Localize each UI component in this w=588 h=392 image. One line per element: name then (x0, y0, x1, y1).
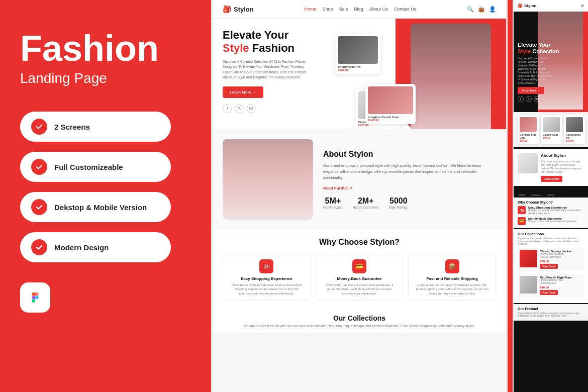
stat-outfits: 5M+ Outfits Styled (323, 197, 343, 209)
why-card-guarantee-title: Money-Back Guarantee (321, 276, 398, 281)
mobile-collection-shoes-details: Red Stealth High-Tops • Polished leather… (540, 276, 572, 295)
mobile-collections-title: Our Collections (518, 232, 584, 236)
mobile-collection-jacket-price: $78.50 (540, 260, 571, 263)
nav-link-about[interactable]: About Us (369, 7, 388, 12)
mobile-our-product-title: Our Product (518, 307, 584, 311)
twitter-social-icon[interactable]: 𝕏 (235, 104, 244, 113)
mobile-product-img-2 (566, 117, 583, 132)
check-icon-versions (31, 199, 47, 215)
hero-title: Elevate Your Style Fashion (223, 29, 350, 55)
mobile-about-section: About Stylon Our brand empowers personal… (514, 149, 588, 186)
why-card-shipping-desc: Enjoy prompt and trustworthy shipping se… (414, 283, 491, 296)
mobile-about-title: About Stylon (541, 153, 584, 158)
stat-outfits-num: 5M+ (323, 197, 343, 206)
facebook-social-icon[interactable]: f (223, 104, 232, 113)
mobile-menu-icon[interactable]: ≡ (581, 3, 584, 9)
mobile-product-name-2: Accessories Kit (566, 133, 583, 139)
mobile-collection-jacket-view-button[interactable]: View Detail (540, 264, 558, 269)
mobile-hero-title-line1: Elevate Your (518, 42, 551, 48)
collections-section: Our Collections Explore the latest trend… (213, 309, 506, 333)
stat-customers: 2M+ Happy Customers (353, 197, 379, 209)
product-card-coat: Longline Trench Coat $145.50 (365, 84, 416, 124)
mobile-stat-ratings-num: 5000 (546, 189, 556, 194)
mobile-stat-ratings-label: Ratings (546, 194, 556, 197)
feature-screens: 2 Screens (20, 112, 171, 142)
mobile-guarantee-icon: 💳 (518, 217, 526, 225)
hero-image-area: Smartwatch Pro $128.50 Classic Shift Dre… (355, 29, 496, 129)
nav-link-sale[interactable]: Sale (339, 7, 348, 12)
guarantee-icon: 💳 (352, 259, 366, 273)
about-image (223, 139, 313, 220)
stats-row: 5M+ Outfits Styled 2M+ Happy Customers 5… (323, 197, 496, 209)
mobile-about-read-more-button[interactable]: Read Further (541, 176, 562, 182)
mobile-why-item-shopping: 🛍 Easy Shopping Experience Navigate our … (518, 206, 584, 215)
feature-design: Modern Design (20, 232, 171, 262)
mobile-hero-shop-button[interactable]: Shop Now → (518, 87, 544, 94)
mobile-screen: 🎒 Stylon ≡ Elevate Your Style Collection… (514, 0, 588, 392)
instagram-social-icon[interactable]: IG (247, 104, 256, 113)
nav-link-contact[interactable]: Contact Us (394, 7, 417, 12)
mobile-why-guarantee-desc: Shop worry-free with our money-back guar… (528, 220, 577, 223)
nav-link-blog[interactable]: Blog (354, 7, 363, 12)
main-title: Fashion (20, 30, 191, 66)
center-preview: 🎒 Stylon Home Shop Sale Blog About Us Co… (211, 0, 508, 392)
mobile-hero: Elevate Your Style Collection Discover A… (514, 12, 588, 112)
mobile-instagram-icon[interactable]: IG (534, 96, 540, 102)
mobile-collection-shoes-price: $96.50 (540, 286, 572, 289)
mobile-product-card-2: Accessories Kit $45.00 (564, 115, 585, 144)
search-icon[interactable]: 🔍 (467, 6, 474, 13)
stat-customers-label: Happy Customers (353, 206, 379, 209)
mobile-hero-title: Elevate Your Style Collection (518, 42, 559, 55)
shopping-icon: 🛍 (259, 259, 273, 273)
mobile-hero-socials: f 𝕏 IG (518, 96, 559, 102)
left-panel: Fashion Landing Page 2 Screens Full Cust… (0, 0, 211, 392)
mobile-stat-outfits: 5M+ Outfits (518, 189, 527, 197)
mobile-why-shopping-content: Easy Shopping Experience Navigate our we… (528, 206, 584, 215)
about-content: About Stylon Our brand empowers personal… (323, 150, 496, 209)
mobile-logo-icon: 🎒 (518, 4, 523, 8)
why-cards: 🛍 Easy Shopping Experience Navigate our … (223, 254, 496, 301)
hero-title-rest: Fashion (249, 42, 295, 54)
mobile-facebook-icon[interactable]: f (518, 96, 524, 102)
mobile-stat-customers: 2M+ Customers (531, 189, 542, 197)
bag-icon[interactable]: 👜 (478, 6, 485, 13)
mobile-why-shopping-desc: Navigate our website with ease! Enjoy a … (528, 209, 584, 215)
nav-link-shop[interactable]: Shop (323, 7, 333, 12)
feature-versions: Dekstop & Mobile Version (20, 192, 171, 222)
hero-woman-image (411, 24, 491, 129)
about-read-further-link[interactable]: Read Further ↗ (323, 186, 496, 190)
mobile-collections-desc: Explore the latest trends with our exclu… (518, 237, 584, 246)
product-card-coat-image (368, 86, 413, 114)
mobile-about-row: About Stylon Our brand empowers personal… (518, 153, 584, 182)
mobile-product-cards-row: Longline Stud Coat $80.00 Classic Coat $… (514, 112, 588, 147)
shipping-icon: 📦 (445, 259, 459, 273)
mobile-collection-jacket-details: Classic Varsity Jacket • Comfortable fle… (540, 250, 571, 269)
desktop-screen: 🎒 Stylon Home Shop Sale Blog About Us Co… (213, 0, 506, 333)
mobile-stat-customers-label: Customers (531, 194, 542, 197)
mobile-product-card-0: Longline Stud Coat $80.00 (518, 115, 539, 144)
user-icon[interactable]: 👤 (489, 6, 496, 13)
nav-logo: 🎒 Stylon (223, 5, 254, 13)
mobile-collection-shoes-highlights: • Polished leather finish • Slim silhoue… (540, 279, 572, 285)
hero-description: Discover A Curated Selection Of Chic Fas… (223, 59, 313, 80)
mobile-product-img-1 (543, 117, 560, 132)
nav-logo-icon: 🎒 (223, 5, 231, 13)
right-panel: 🎒 Stylon ≡ Elevate Your Style Collection… (513, 0, 588, 392)
mobile-collection-item-shoes: Red Stealth High-Tops • Polished leather… (518, 274, 584, 297)
mobile-twitter-icon[interactable]: 𝕏 (526, 96, 532, 102)
hero-socials: f 𝕏 IG (223, 104, 350, 113)
mobile-product-price-1: $90.00 (543, 136, 560, 139)
mobile-stat-customers-num: 2M+ (531, 189, 542, 194)
hero-learn-more-button[interactable]: Learn More → (223, 86, 263, 98)
why-card-shipping-title: Fast and Reliable Shipping (414, 276, 491, 281)
mobile-logo-text: Stylon (524, 4, 536, 8)
mobile-collections-section: Our Collections Explore the latest trend… (514, 229, 588, 303)
mobile-product-img-0 (520, 117, 537, 132)
stat-outfits-label: Outfits Styled (323, 206, 343, 209)
nav-link-home[interactable]: Home (305, 7, 317, 12)
mobile-stats: 5M+ Outfits 2M+ Customers 5000 Ratings (514, 189, 588, 197)
stat-ratings-label: Style Ratings (389, 206, 408, 209)
feature-label-design: Modern Design (54, 243, 109, 252)
mobile-collection-shoes-view-button[interactable]: View Detail (540, 290, 558, 295)
product-card-smartwatch: Smartwatch Pro $128.50 (335, 34, 380, 74)
